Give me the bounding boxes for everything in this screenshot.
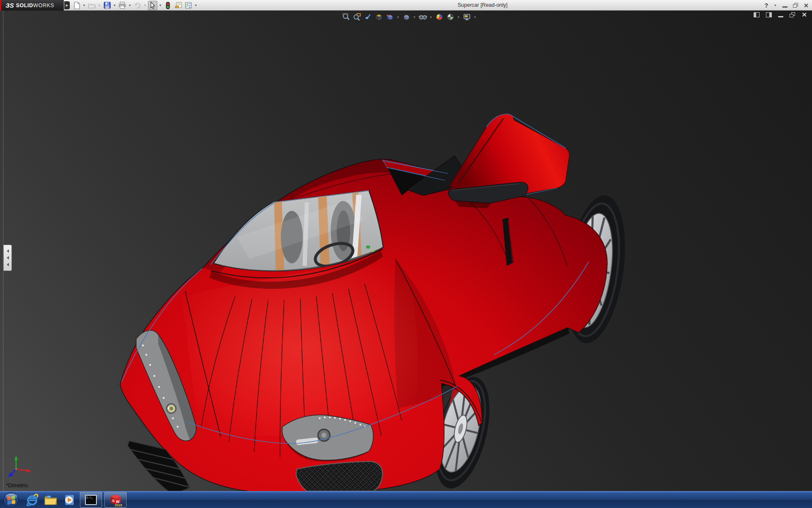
internet-explorer-icon <box>26 494 38 506</box>
display-style-icon <box>402 13 411 21</box>
open-button[interactable] <box>87 1 96 10</box>
view-settings-caret[interactable]: ▼ <box>473 12 477 22</box>
minimize-window-button[interactable] <box>782 6 787 8</box>
collapse-arrow-icon <box>7 263 9 266</box>
svg-text:S: S <box>112 499 115 503</box>
undo-dropdown-caret[interactable]: ▼ <box>143 1 147 10</box>
logo-text-bold: SOLID <box>16 3 33 8</box>
save-icon <box>104 2 111 9</box>
section-view-icon <box>375 13 383 21</box>
select-cursor-icon <box>150 2 156 9</box>
solidworks-logo: ЗS SOLID WORKS <box>1 0 64 11</box>
undo-button[interactable] <box>133 1 142 10</box>
new-document-button[interactable] <box>72 1 81 10</box>
comment-note-button[interactable] <box>173 1 183 10</box>
start-button[interactable] <box>3 492 19 508</box>
car-model[interactable] <box>120 113 634 491</box>
reference-triad <box>8 456 31 478</box>
zoom-to-area-button[interactable] <box>352 12 362 22</box>
open-dropdown-caret[interactable]: ▼ <box>97 1 102 10</box>
folder-icon <box>44 494 58 506</box>
display-style-caret[interactable]: ▼ <box>412 12 417 22</box>
comment-note-icon <box>174 2 182 9</box>
logo-flyout-arrow[interactable]: ▶ <box>64 1 70 9</box>
close-window-button[interactable]: ✕ <box>804 2 809 9</box>
title-bar: ЗS SOLID WORKS ▶ ▼ ▼ <box>0 0 812 11</box>
restore-document-button[interactable] <box>790 12 795 17</box>
hide-show-items-button[interactable] <box>418 12 428 22</box>
taskbar-item-internet-explorer[interactable] <box>23 492 41 508</box>
save-dropdown-caret[interactable]: ▼ <box>112 1 117 10</box>
hide-show-items-icon <box>418 13 428 21</box>
undo-icon <box>134 2 141 9</box>
media-player-icon <box>63 494 76 506</box>
previous-view-button[interactable] <box>363 12 373 22</box>
new-document-icon <box>73 2 80 9</box>
taskbar-item-windows-explorer[interactable] <box>41 492 60 508</box>
select-button[interactable] <box>148 1 157 10</box>
print-button[interactable] <box>118 1 127 10</box>
display-style-button[interactable] <box>401 12 411 22</box>
view-orientation-icon <box>386 13 394 21</box>
zoom-to-area-icon <box>353 13 361 21</box>
apply-scene-caret[interactable]: ▼ <box>456 12 461 22</box>
options-dropdown-caret[interactable]: ▼ <box>194 1 198 10</box>
apply-scene-icon <box>446 13 455 21</box>
command-prompt-icon: C:\_ <box>85 495 97 505</box>
minimize-document-button[interactable] <box>778 16 783 17</box>
taskbar: C:\_ S W 2015 <box>0 491 812 508</box>
edit-appearance-button[interactable] <box>434 12 444 22</box>
feature-tree-collapsed-tab[interactable] <box>3 245 12 271</box>
select-dropdown-caret[interactable]: ▼ <box>158 1 162 10</box>
pane-left-button[interactable] <box>754 12 760 17</box>
main-toolbar: ▼ ▼ ▼ <box>72 0 198 11</box>
solidworks-2015-icon: S W 2015 <box>108 493 123 507</box>
collapse-arrow-icon <box>7 256 9 260</box>
logo-text-light: WORKS <box>33 3 54 8</box>
restore-window-button[interactable] <box>793 3 798 8</box>
view-settings-button[interactable] <box>462 12 472 22</box>
taskbar-item-command-prompt[interactable]: C:\_ <box>80 492 102 508</box>
save-button[interactable] <box>102 1 112 10</box>
logo-glyph: ЗS <box>5 2 14 9</box>
print-dropdown-caret[interactable]: ▼ <box>128 1 132 10</box>
view-orientation-caret[interactable]: ▼ <box>396 12 400 22</box>
collapse-arrow-icon <box>7 249 9 253</box>
apply-scene-button[interactable] <box>445 12 455 22</box>
3d-scene[interactable] <box>0 11 812 491</box>
options-button[interactable] <box>184 1 193 10</box>
window-controls: ? ▼ ✕ <box>765 0 809 11</box>
zoom-to-fit-icon <box>342 13 350 21</box>
help-button[interactable]: ? <box>765 2 768 9</box>
view-settings-icon <box>463 13 471 21</box>
traffic-light-button[interactable] <box>163 1 173 10</box>
taskbar-item-media-player[interactable] <box>60 492 79 508</box>
view-orientation-button[interactable] <box>385 12 395 22</box>
hide-show-items-caret[interactable]: ▼ <box>429 12 433 22</box>
help-dropdown-caret[interactable]: ▼ <box>774 1 777 10</box>
section-view-button[interactable] <box>374 12 384 22</box>
document-title: Supercar [Read-only] <box>458 0 508 11</box>
previous-view-icon <box>364 13 372 21</box>
edit-appearance-icon <box>435 13 444 21</box>
solidworks-app: ЗS SOLID WORKS ▶ ▼ ▼ <box>0 0 812 508</box>
taskbar-item-solidworks-2015[interactable]: S W 2015 <box>104 492 126 508</box>
traffic-light-icon <box>165 2 170 9</box>
print-icon <box>118 2 126 9</box>
options-checklist-icon <box>185 2 192 9</box>
view-orientation-label: *Dimetric <box>6 482 28 489</box>
document-window-controls: ✕ <box>754 12 807 17</box>
zoom-to-fit-button[interactable] <box>341 12 351 22</box>
pane-right-button[interactable] <box>766 12 772 17</box>
svg-text:2015: 2015 <box>115 503 122 507</box>
graphics-viewport[interactable]: ▼ ▼ ▼ <box>0 11 812 491</box>
close-document-button[interactable]: ✕ <box>801 12 807 17</box>
open-folder-icon <box>88 2 96 9</box>
heads-up-view-toolbar: ▼ ▼ ▼ <box>341 12 477 22</box>
new-dropdown-caret[interactable]: ▼ <box>82 1 86 10</box>
